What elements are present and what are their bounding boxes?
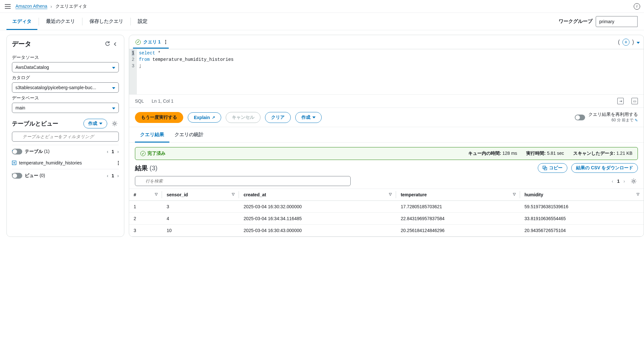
next-page-icon[interactable]: › [623,179,625,184]
success-icon: ✓ [140,151,146,156]
sort-icon: ▽ [232,192,234,196]
caret-down-icon [99,123,102,125]
col-created-at[interactable]: created_at▽ [239,189,396,201]
caret-down-icon[interactable] [637,40,640,45]
format-icon[interactable]: ⇥ [617,98,624,104]
clear-button[interactable]: クリア [265,112,291,123]
cancel-button: キャンセル [226,112,260,123]
tab-recent-queries[interactable]: 最近のクエリ [40,13,81,30]
breadcrumb-service-link[interactable]: Amazon Athena [15,4,47,9]
copy-icon [543,166,547,170]
table-expand-icon[interactable] [12,161,16,165]
workgroup-select[interactable]: primary [596,16,638,27]
database-select[interactable]: main [12,103,119,113]
tab-query-stats[interactable]: クエリの統計 [169,127,209,142]
svg-point-3 [114,123,116,125]
editor-lang: SQL [135,98,144,104]
catalog-label: カタログ [12,75,119,81]
data-sidebar: データ データソース AwsDataCatalog カタログ s3tablesc… [6,35,124,237]
col-index[interactable]: #▽ [129,189,162,201]
database-label: データベース [12,95,119,101]
reuse-results-toggle[interactable] [575,115,585,120]
sidebar-title: データ [12,40,103,48]
table-row: 132025-03-04 16:30:32.00000017.728051857… [129,201,644,213]
breadcrumb: Amazon Athena › クエリエディタ [15,4,87,9]
caret-down-icon [312,117,316,118]
results-table: #▽ sensor_id▽ created_at▽ temperature▽ h… [129,189,644,237]
editor-code[interactable]: select * from temperature_humidity_histo… [137,49,235,94]
caret-down-icon [112,105,115,110]
gear-icon[interactable] [630,177,638,185]
col-temperature[interactable]: temperature▽ [396,189,520,201]
external-link-icon: ↗ [212,115,215,120]
fullscreen-icon[interactable]: ▭ [631,98,638,104]
edit-icon[interactable]: ✎ [635,118,638,123]
next-page-icon[interactable]: › [117,149,119,154]
sort-icon: ▽ [637,192,639,196]
tab-query-results[interactable]: クエリ結果 [135,127,169,142]
caret-right-icon [12,173,22,179]
datasource-label: データソース [12,55,119,61]
editor-position: Ln 1, Col 1 [152,98,174,104]
workgroup-label: ワークグループ [559,18,592,24]
tables-views-title: テーブルとビュー [12,120,83,127]
editor-gutter: 123 [129,49,137,94]
caret-down-icon [12,149,22,154]
gear-icon[interactable] [110,119,119,128]
tables-filter-input[interactable] [12,132,119,142]
sort-icon: ▽ [155,192,157,196]
views-tree-header[interactable]: ビュー (0) ‹ 1 › [12,170,119,182]
prev-page-icon[interactable]: ‹ [107,149,109,154]
tab-saved-queries[interactable]: 保存したクエリ [84,13,129,30]
table-row: 3102025-03-04 16:30:43.00000020.25618412… [129,225,644,237]
results-search-input[interactable] [135,176,351,186]
next-page-icon[interactable]: › [117,173,119,178]
refresh-icon[interactable] [103,40,112,48]
prev-page-icon[interactable]: ‹ [612,179,613,184]
reuse-label: クエリ結果を再利用する [588,112,638,117]
query-status-bar: ✓ 完了済み キュー内の時間: 128 ms 実行時間: 5.81 sec スキ… [135,147,638,160]
caret-down-icon [112,65,115,70]
query-tab-more-icon[interactable] [165,40,166,44]
col-sensor-id[interactable]: sensor_id▽ [162,189,239,201]
svg-point-13 [633,180,635,182]
explain-button[interactable]: Explain ↗ [188,112,221,123]
success-icon: ✓ [136,40,141,45]
caret-down-icon [112,85,115,90]
datasource-select[interactable]: AwsDataCatalog [12,62,119,72]
tab-editor[interactable]: エディタ [6,13,37,30]
create-dropdown-button[interactable]: 作成 [295,112,322,123]
catalog-select[interactable]: s3tablescatalog/pyiceberg-sample-buc... [12,82,119,93]
create-button[interactable]: 作成 [83,119,107,128]
col-humidity[interactable]: humidity▽ [520,189,644,201]
copy-button[interactable]: コピー [538,163,567,173]
sql-editor[interactable]: 123 select * from temperature_humidity_h… [129,49,644,94]
menu-icon[interactable] [4,3,12,10]
prev-page-icon[interactable]: ‹ [107,173,109,178]
results-title: 結果 [135,164,148,172]
collapse-sidebar-icon[interactable] [112,41,119,48]
sort-icon: ▽ [513,192,516,196]
tab-settings[interactable]: 設定 [132,13,153,30]
table-row: 242025-03-04 16:34:34.11648522.843196957… [129,213,644,225]
more-icon[interactable] [116,161,119,165]
info-icon[interactable]: i [634,3,640,10]
query-tab-1[interactable]: ✓ クエリ 1 [133,36,169,48]
table-item[interactable]: temperature_humidity_histories [12,157,119,168]
run-again-button[interactable]: もう一度実行する [135,112,183,123]
breadcrumb-current: クエリエディタ [55,4,87,9]
sort-icon: ▽ [389,192,392,196]
chevron-right-icon: › [51,4,52,9]
add-query-tab-button[interactable]: + [622,39,630,46]
download-csv-button[interactable]: 結果の CSV をダウンロード [571,163,638,173]
tables-tree-header[interactable]: テーブル (1) ‹ 1 › [12,146,119,157]
